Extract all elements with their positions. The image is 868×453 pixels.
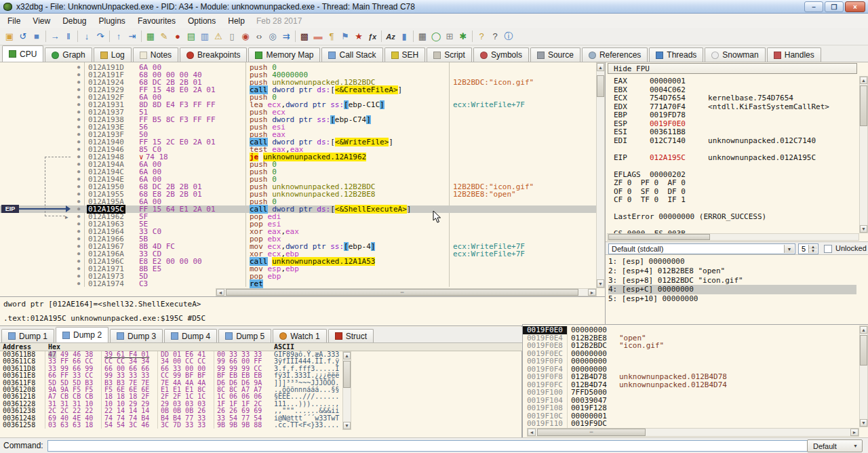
register-line[interactable]: EIP 012A195C unknownunpacked.012A195C <box>614 154 851 163</box>
tab-struct[interactable]: Struct <box>328 329 374 342</box>
memory-map-icon[interactable]: ▤ <box>184 30 198 43</box>
breakpoint-dot[interactable]: ● <box>73 71 84 79</box>
faq-icon[interactable]: ? <box>488 30 502 43</box>
tab-snowman[interactable]: Snowman <box>705 47 765 62</box>
labels-icon[interactable]: ⚑ <box>338 30 352 43</box>
tab-call-stack[interactable]: Call Stack <box>321 47 382 62</box>
stack-hscrollbar[interactable]: ◄ ┉ ► <box>527 428 859 437</box>
script-icon[interactable]: ▯ <box>225 30 239 43</box>
breakpoint-dot[interactable]: ● <box>73 153 84 161</box>
cpu-icon[interactable]: ▦ <box>144 30 157 43</box>
bookmarks-icon[interactable]: ★ <box>352 30 366 43</box>
preferences-icon[interactable]: ⊞ <box>443 30 456 43</box>
tab-graph[interactable]: Graph <box>45 47 92 62</box>
source-icon[interactable]: ‹› <box>252 30 266 43</box>
breakpoint-dot[interactable]: ● <box>73 258 84 265</box>
tab-handles[interactable]: Handles <box>767 47 821 62</box>
register-line[interactable]: LastError 00000000 (ERROR_SUCCESS) <box>614 213 851 222</box>
tab-source[interactable]: Source <box>530 47 580 62</box>
menu-file[interactable]: File <box>1 14 26 28</box>
argument-row[interactable]: 3: [esp+8] 012B2BDC "icon.gif" <box>608 276 856 285</box>
tab-dump-4[interactable]: Dump 4 <box>164 329 217 342</box>
scroll-right-icon[interactable]: ► <box>850 429 859 436</box>
breakpoint-dot[interactable]: ● <box>73 123 84 131</box>
references-icon[interactable]: ◎ <box>266 30 279 43</box>
stack-row[interactable]: 0019F1007FFD5000 <box>523 389 859 397</box>
breakpoint-dot[interactable]: ● <box>73 220 84 228</box>
calling-convention-select[interactable]: Default (stdcall) ▼ <box>608 243 795 254</box>
breakpoint-dot[interactable]: ● <box>73 198 84 205</box>
close-button[interactable]: × <box>845 1 865 12</box>
breakpoint-dot[interactable]: ● <box>73 265 84 273</box>
pause-icon[interactable]: ‖ <box>62 30 75 43</box>
menu-favourites[interactable]: Favourites <box>132 14 182 28</box>
breakpoint-dot[interactable]: ● <box>73 86 84 94</box>
call-stack-icon[interactable]: ▥ <box>198 30 212 43</box>
scroll-right-icon[interactable]: ► <box>588 289 596 296</box>
registers-hscrollbar[interactable] <box>607 233 859 241</box>
tab-seh[interactable]: SEH <box>384 47 426 62</box>
strings-icon[interactable]: Az <box>384 30 397 43</box>
scroll-left-icon[interactable]: ◄ <box>528 429 536 436</box>
manual-icon[interactable]: ? <box>475 30 488 43</box>
patches-icon[interactable]: ▬ <box>311 30 325 43</box>
registers-pane[interactable]: Hide FPU EAX 00000001EBX 0004C062ECX 754… <box>606 62 868 324</box>
register-line[interactable]: CF 0 TF 0 IF 1 <box>614 196 851 205</box>
scroll-up-icon[interactable]: ▲ <box>860 326 867 334</box>
breakpoint-dot[interactable]: ● <box>73 146 84 153</box>
step-out-icon[interactable]: ↑ <box>112 30 125 43</box>
unlocked-checkbox[interactable] <box>824 245 832 253</box>
stack-row[interactable]: 0019F1080019F128 <box>523 404 859 412</box>
breakpoint-dot[interactable]: ● <box>73 109 84 116</box>
tab-watch-1[interactable]: Watch 1 <box>273 329 327 342</box>
stack-row[interactable]: 0019F1100019F9DC <box>523 420 859 428</box>
stepper-down-icon[interactable]: ▼ <box>808 249 817 253</box>
dump-row[interactable]: 003611E866 FF 33 CC99 33 33 33CC 99 BF B… <box>0 372 515 379</box>
report-bug-icon[interactable]: ✱ <box>456 30 470 43</box>
tab-dump-1[interactable]: Dump 1 <box>1 329 54 342</box>
modules-icon[interactable]: ▮ <box>397 30 411 43</box>
arg-count-stepper[interactable]: 5 ▲▼ <box>798 243 818 254</box>
seh-icon[interactable]: ⚠ <box>212 30 225 43</box>
breakpoint-dot[interactable]: ● <box>73 191 84 198</box>
scroll-down-icon[interactable]: ▼ <box>343 422 351 429</box>
breakpoint-dot[interactable]: ● <box>73 101 84 109</box>
disasm-vscrollbar[interactable]: ▲ ▼ <box>596 62 605 288</box>
functions-icon[interactable]: ƒx <box>366 30 379 43</box>
scroll-thumb[interactable] <box>860 335 867 366</box>
restore-button[interactable]: ❐ <box>825 1 844 12</box>
tab-dump-3[interactable]: Dump 3 <box>110 329 163 342</box>
breakpoint-dot[interactable]: ● <box>73 205 84 213</box>
menu-options[interactable]: Options <box>182 14 222 28</box>
restart-icon[interactable]: ↺ <box>16 30 30 43</box>
breakpoint-dot[interactable]: ● <box>73 64 84 71</box>
stepper-arrows[interactable]: ▲▼ <box>808 245 817 253</box>
breakpoint-dot[interactable]: ● <box>73 116 84 123</box>
tab-cpu[interactable]: CPU <box>2 45 43 62</box>
command-input[interactable] <box>47 440 808 452</box>
title-bar[interactable]: x32dbg - File: UnknownUnpacked.exe - PID… <box>0 0 868 14</box>
chevron-down-icon[interactable]: ▼ <box>784 245 794 253</box>
stop-icon[interactable]: ■ <box>30 30 43 43</box>
stack-row[interactable]: 0019F0F000000000 <box>523 357 859 366</box>
log-icon[interactable]: ✎ <box>157 30 171 43</box>
breakpoint-dot[interactable]: ● <box>73 131 84 138</box>
hide-fpu-button[interactable]: Hide FPU <box>608 63 857 74</box>
command-mode-select[interactable]: Default ▼ <box>807 439 863 452</box>
breakpoint-dot[interactable]: ● <box>73 213 84 220</box>
tab-references[interactable]: References <box>582 47 648 62</box>
symbols-icon[interactable]: ◉ <box>239 30 252 43</box>
breakpoint-dot[interactable]: ● <box>73 94 84 101</box>
breakpoint-dot[interactable]: ● <box>73 79 84 86</box>
breakpoint-dot[interactable]: ● <box>73 273 84 280</box>
scroll-thumb[interactable]: ┉ <box>226 289 578 296</box>
register-line[interactable]: EDI 012C7140 unknownunpacked.012C7140 <box>614 137 851 146</box>
step-into-icon[interactable]: ↓ <box>80 30 94 43</box>
tab-log[interactable]: Log <box>94 47 132 62</box>
breakpoint-dot[interactable]: ● <box>73 168 84 176</box>
dump-pane[interactable]: Dump 1Dump 2Dump 3Dump 4Dump 5Watch 1Str… <box>0 326 522 437</box>
stack-vscrollbar[interactable]: ▲ ▼ <box>859 326 868 427</box>
scroll-thumb[interactable] <box>860 85 867 126</box>
threads-icon[interactable]: ⇉ <box>279 30 293 43</box>
menu-debug[interactable]: Debug <box>56 14 92 28</box>
